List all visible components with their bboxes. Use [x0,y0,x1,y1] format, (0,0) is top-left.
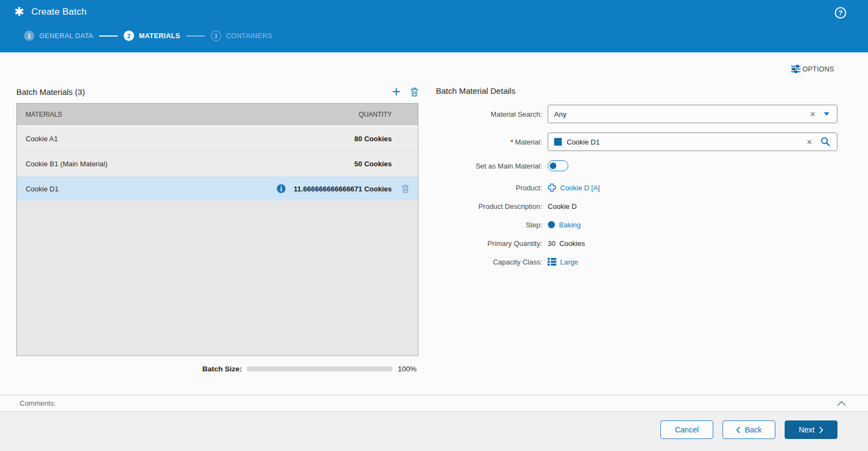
wizard-steps: 1 GENERAL DATA 2 MATERIALS 3 CONTAINERS [24,31,868,41]
search-icon[interactable] [821,137,830,147]
material-quantity: 80 Cookies [354,135,392,143]
step-containers[interactable]: 3 CONTAINERS [211,31,272,41]
chevron-right-icon [819,426,823,434]
primary-quantity-label: Primary Quantity: [436,239,548,248]
primary-quantity-row: Primary Quantity: 30 Cookies [436,238,837,249]
step-3-circle: 3 [211,31,221,41]
asterisk-icon: ✱ [14,6,24,18]
product-description-label: Product Description: [436,202,548,211]
set-main-material-row: Set as Main Material: [436,160,837,171]
batch-size-progressbar [247,366,392,371]
options-button[interactable]: OPTIONS [791,65,834,73]
batch-materials-table: MATERIALS QUANTITY Cookie A1 80 Cookies … [16,103,418,356]
footer-bar: Cancel Back Next [0,412,868,451]
column-header-quantity[interactable]: QUANTITY [359,111,392,118]
comments-label: Comments: [20,399,56,407]
product-structure-icon [548,183,556,192]
step-label: Step: [436,221,548,229]
batch-materials-panel: Batch Materials (3) + MATERIALS QUANTITY [16,86,418,373]
step-general-data[interactable]: 1 GENERAL DATA [24,31,93,41]
capacity-grid-icon [548,258,556,266]
next-label: Next [799,425,815,434]
header-bar: ✱ Create Batch ? 1 GENERAL DATA 2 MATERI… [0,0,868,52]
batch-size-row: Batch Size: 100% [16,365,418,373]
batch-size-value: 100% [398,365,418,373]
required-asterisk: * [511,138,513,146]
step-2-circle: 2 [124,31,134,41]
step-1-label: GENERAL DATA [39,32,93,40]
clear-icon[interactable]: ✕ [802,138,817,146]
product-row: Product: Cookie D [A] [436,182,837,193]
material-name: Cookie A1 [26,135,354,143]
column-header-materials[interactable]: MATERIALS [26,111,359,118]
back-button[interactable]: Back [723,420,775,439]
table-row[interactable]: Cookie B1 (Main Material) 50 Cookies [17,152,418,176]
table-header: MATERIALS QUANTITY [17,104,418,127]
material-value: Cookie D1 [567,138,802,146]
step-1-circle: 1 [24,31,34,41]
product-description-value: Cookie D [548,202,576,211]
capacity-class-link[interactable]: Large [560,258,578,266]
table-row-selected[interactable]: Cookie D1 11.666666666666671 Cookies [17,177,418,201]
chevron-down-icon[interactable] [824,112,829,116]
material-search-field-row: Material Search: Any ✕ [436,105,837,123]
product-link[interactable]: Cookie D [A] [560,184,600,192]
options-label: OPTIONS [803,65,834,73]
help-icon[interactable]: ? [835,7,846,19]
primary-quantity-unit: Cookies [559,239,585,248]
step-row: Step: Baking [436,219,837,230]
row-delete-icon[interactable] [399,184,411,193]
material-search-input[interactable]: Any ✕ [548,105,837,123]
info-icon[interactable] [277,184,286,193]
material-search-value: Any [554,110,805,118]
step-3-label: CONTAINERS [226,32,272,40]
page-title: Create Batch [31,7,87,17]
batch-materials-title: Batch Materials (3) [16,87,85,97]
material-input[interactable]: Cookie D1 ✕ [548,133,837,151]
step-circle-icon [548,221,555,228]
material-square-icon [554,138,562,146]
material-label: *Material: [436,138,548,146]
primary-quantity-value: 30 [548,239,555,248]
capacity-class-row: Capacity Class: Large [436,256,837,267]
chevron-up-icon[interactable] [837,401,846,406]
material-name: Cookie D1 [26,185,277,193]
set-main-material-label: Set as Main Material: [436,162,548,170]
titlebar: ✱ Create Batch [0,0,868,18]
step-link[interactable]: Baking [559,221,581,229]
step-connector [99,35,118,37]
cancel-button[interactable]: Cancel [660,420,713,439]
add-material-button[interactable]: + [392,86,400,97]
clear-icon[interactable]: ✕ [805,110,821,118]
next-button[interactable]: Next [785,420,837,439]
batch-material-details-panel: Batch Material Details Material Search: … [436,86,837,275]
step-2-label: MATERIALS [139,32,180,40]
comments-section[interactable]: Comments: [0,395,868,412]
details-title: Batch Material Details [436,86,837,95]
step-connector [186,35,205,37]
product-label: Product: [436,184,548,192]
chevron-left-icon [736,426,740,434]
capacity-class-label: Capacity Class: [436,258,548,266]
toggle-knob [550,163,556,169]
material-search-label: Material Search: [436,110,548,118]
material-quantity: 50 Cookies [354,160,392,168]
set-main-material-toggle[interactable] [548,160,568,171]
material-field-row: *Material: Cookie D1 ✕ [436,133,837,151]
material-quantity: 11.666666666666671 Cookies [294,185,392,193]
cancel-label: Cancel [675,425,699,434]
create-batch-window: ✱ Create Batch ? 1 GENERAL DATA 2 MATERI… [0,0,868,451]
material-name: Cookie B1 (Main Material) [26,160,354,168]
back-label: Back [745,425,762,434]
sliders-icon [791,65,801,73]
product-description-row: Product Description: Cookie D [436,201,837,212]
step-materials[interactable]: 2 MATERIALS [124,31,180,41]
table-row[interactable]: Cookie A1 80 Cookies [17,127,418,151]
batch-size-label: Batch Size: [202,365,242,373]
delete-material-button[interactable] [410,87,418,97]
